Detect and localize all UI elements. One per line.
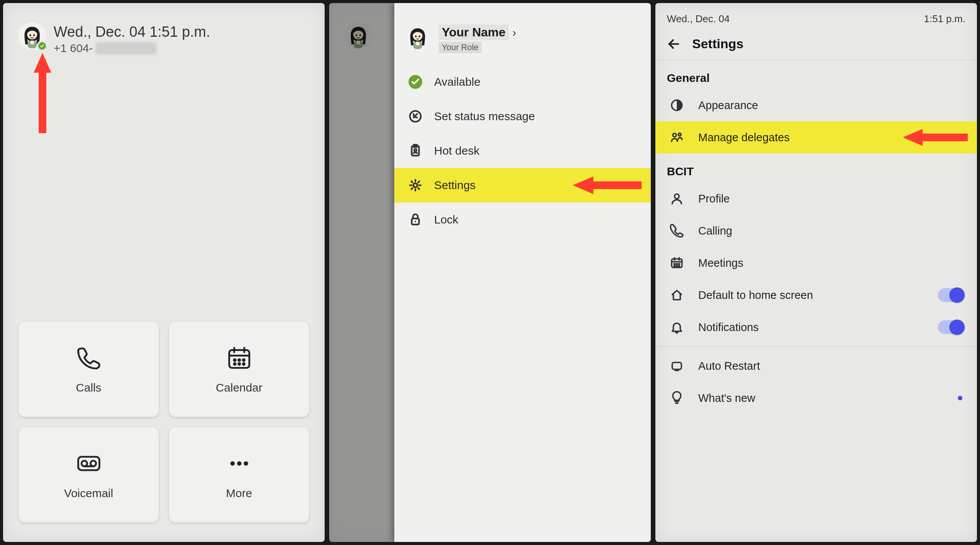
status-time: 1:51 p.m.	[924, 13, 965, 25]
phone-line: +1 604-	[54, 42, 210, 55]
toggle-notifications[interactable]	[938, 320, 962, 334]
settings-label: Meetings	[698, 257, 743, 269]
menu-label: Hot desk	[434, 144, 479, 157]
svg-point-33	[675, 194, 679, 199]
calendar-tile[interactable]: Calendar	[169, 321, 309, 417]
svg-point-43	[679, 266, 679, 266]
settings-section-general: Appearance Manage delegates	[655, 89, 977, 153]
settings-row-manage-delegates[interactable]: Manage delegates	[655, 121, 977, 153]
profile-drawer: Your Name › Your Role Available Set stat…	[394, 3, 651, 542]
annotation-arrow-left	[903, 127, 968, 148]
settings-title: Settings	[692, 36, 743, 51]
svg-point-9	[234, 359, 236, 361]
settings-label: What's new	[698, 392, 755, 405]
settings-row-whats-new[interactable]: What's new	[655, 382, 977, 414]
settings-label: Profile	[698, 193, 730, 205]
drawer-profile-header[interactable]: Your Name › Your Role	[394, 3, 651, 65]
settings-row-meetings[interactable]: Meetings	[655, 247, 977, 279]
calls-tile[interactable]: Calls	[18, 321, 159, 417]
more-icon	[226, 450, 253, 477]
settings-row-notifications[interactable]: Notifications	[655, 311, 977, 343]
calendar-tile-label: Calendar	[216, 381, 263, 394]
menu-label: Lock	[434, 213, 458, 226]
divider	[655, 346, 977, 347]
settings-label: Calling	[698, 225, 732, 237]
profile-name: Your Name	[439, 24, 509, 40]
settings-label: Appearance	[698, 99, 758, 112]
svg-point-10	[238, 359, 240, 361]
lock-icon	[408, 212, 423, 227]
settings-row-auto-restart[interactable]: Auto Restart	[655, 350, 977, 382]
menu-item-available[interactable]: Available	[394, 65, 651, 99]
svg-point-32	[678, 133, 681, 136]
status-date: Wed., Dec. 04	[667, 13, 730, 25]
calendar-icon	[226, 344, 253, 371]
profile-icon	[670, 192, 684, 206]
menu-label: Available	[434, 75, 480, 88]
toggle-default-home[interactable]	[938, 288, 962, 302]
menu-label: Set status message	[434, 110, 535, 123]
back-button[interactable]	[667, 37, 681, 51]
settings-row-calling[interactable]: Calling	[655, 215, 977, 247]
drawer-menu: Available Set status message Hot desk Se…	[394, 65, 651, 237]
bell-icon	[670, 320, 684, 334]
home-screen: Wed., Dec. 04 1:51 p.m. +1 604- Calls Ca…	[3, 3, 325, 542]
svg-point-20	[237, 461, 242, 466]
phone-outline-icon	[670, 224, 684, 238]
profile-drawer-screen: Your Name › Your Role Available Set stat…	[329, 3, 651, 542]
more-tile[interactable]: More	[169, 427, 309, 523]
home-tile-grid: Calls Calendar Voicemail More	[3, 321, 325, 542]
svg-point-21	[243, 461, 248, 466]
home-icon	[670, 288, 684, 302]
appearance-icon	[670, 98, 684, 112]
home-datetime: Wed., Dec. 04 1:51 p.m.	[54, 24, 210, 40]
device-icon	[670, 359, 684, 373]
settings-label: Notifications	[698, 321, 759, 334]
drawer-avatar-image	[406, 27, 430, 51]
settings-screen: Wed., Dec. 04 1:51 p.m. Settings General…	[655, 3, 977, 542]
clipboard-icon	[408, 144, 423, 158]
section-heading-general: General	[655, 60, 977, 89]
status-bar: Wed., Dec. 04 1:51 p.m.	[655, 3, 977, 29]
svg-point-13	[238, 363, 240, 365]
svg-point-12	[234, 363, 236, 365]
voicemail-tile-label: Voicemail	[64, 487, 113, 500]
svg-point-41	[674, 266, 675, 266]
meetings-icon	[670, 256, 684, 270]
phone-icon	[75, 344, 102, 371]
settings-row-default-home[interactable]: Default to home screen	[655, 279, 977, 311]
more-tile-label: More	[226, 487, 252, 500]
svg-point-19	[230, 461, 235, 466]
phone-number-prefix: +1 604-	[54, 42, 93, 55]
dimmed-background-avatar	[345, 22, 372, 50]
svg-point-27	[413, 183, 417, 187]
annotation-arrow-up	[33, 53, 52, 133]
settings-label: Default to home screen	[698, 289, 813, 302]
svg-point-40	[679, 264, 679, 264]
menu-item-lock[interactable]: Lock	[394, 202, 651, 237]
new-indicator-dot	[958, 396, 962, 400]
settings-section-bcit: Profile Calling Meetings Default to home…	[655, 183, 977, 414]
menu-item-hot-desk[interactable]: Hot desk	[394, 134, 651, 168]
profile-avatar[interactable]	[18, 22, 46, 50]
voicemail-tile[interactable]: Voicemail	[18, 427, 159, 523]
delegates-icon	[670, 131, 684, 144]
settings-row-appearance[interactable]: Appearance	[655, 89, 977, 121]
svg-point-14	[243, 363, 245, 365]
menu-item-settings[interactable]: Settings	[394, 168, 651, 202]
menu-label: Settings	[434, 179, 475, 192]
calls-tile-label: Calls	[76, 381, 101, 394]
voicemail-icon	[75, 450, 102, 477]
annotation-arrow-left	[573, 175, 642, 196]
edit-icon	[408, 109, 423, 124]
svg-point-42	[676, 266, 677, 266]
settings-row-profile[interactable]: Profile	[655, 183, 977, 215]
menu-item-status-message[interactable]: Set status message	[394, 99, 651, 134]
gear-icon	[408, 178, 423, 193]
svg-point-29	[415, 221, 416, 222]
bulb-icon	[670, 391, 684, 405]
svg-point-26	[414, 149, 416, 151]
settings-titlebar: Settings	[655, 29, 977, 60]
settings-label: Auto Restart	[698, 360, 760, 372]
svg-point-39	[676, 264, 677, 264]
